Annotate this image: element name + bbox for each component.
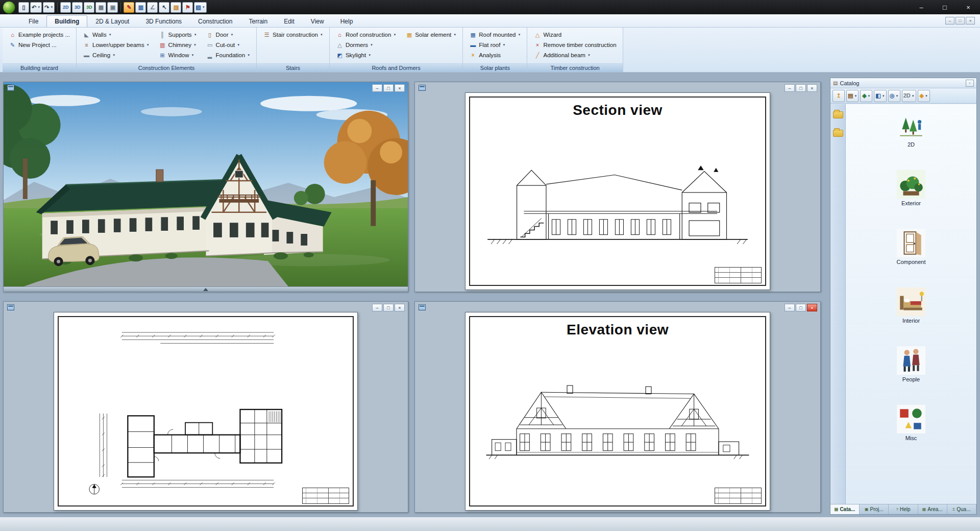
redo-button[interactable]: ↷▼ xyxy=(43,2,55,13)
new-file-button[interactable]: ▯ xyxy=(18,2,29,13)
close-button[interactable]: × xyxy=(957,0,980,14)
catalog-title-bar[interactable]: ▤ Catalog ▫ xyxy=(830,78,976,88)
dropdown-arrow-icon: ▼ xyxy=(247,54,250,57)
catalog-internet-button[interactable]: ◎▼ xyxy=(888,90,900,102)
catalog-tab-catalog[interactable]: ▤ Cata... xyxy=(830,504,860,514)
measure-button[interactable]: ∠ xyxy=(147,2,158,13)
catalog-extra-button[interactable]: ◈▼ xyxy=(918,90,930,102)
view-3d-icon: 3D xyxy=(75,5,81,10)
cut-out-button[interactable]: ▭ Cut-out ▼ xyxy=(204,40,253,50)
timber-wizard-button[interactable]: △ Wizard xyxy=(531,30,618,40)
chimney-button[interactable]: ▥ Chimney ▼ xyxy=(157,40,199,50)
single-view-button[interactable]: ▣ xyxy=(107,2,118,13)
catalog-pin-button[interactable]: ▫ xyxy=(966,80,974,87)
tab-construction[interactable]: Construction xyxy=(190,15,240,27)
supports-button[interactable]: ║ Supports ▼ xyxy=(157,30,199,40)
floor-plan-canvas[interactable] xyxy=(4,302,408,512)
ceiling-button[interactable]: ▬ Ceiling ▼ xyxy=(81,50,152,60)
catalog-item-people[interactable]: People xyxy=(897,346,925,382)
window-minimize-button[interactable]: – xyxy=(785,84,795,92)
color-lines-button[interactable]: ▥ xyxy=(135,2,146,13)
tab-edit[interactable]: Edit xyxy=(276,15,303,27)
view-2d-button[interactable]: 2D xyxy=(60,2,71,13)
window-close-button[interactable]: × xyxy=(807,84,817,92)
viewports-button[interactable]: ▦ xyxy=(95,2,106,13)
window-close-button[interactable]: × xyxy=(807,304,817,311)
window-close-button[interactable]: × xyxy=(395,84,405,92)
pointer-button[interactable]: ↖ xyxy=(159,2,169,13)
example-projects-button[interactable]: ⌂ Example projects ... xyxy=(7,30,72,40)
skylight-button[interactable]: ◩ Skylight ▼ xyxy=(334,50,398,60)
window-restore-button[interactable]: □ xyxy=(383,84,394,92)
window-minimize-button[interactable]: – xyxy=(372,304,382,311)
door-button[interactable]: ▯ Door ▼ xyxy=(204,30,253,40)
stair-construction-button[interactable]: ☰ Stair construction ▼ xyxy=(261,30,325,40)
window-menu-icon[interactable] xyxy=(419,85,426,91)
tab-view[interactable]: View xyxy=(303,15,332,27)
catalog-tab-quantities[interactable]: Σ Qua... xyxy=(947,504,976,514)
window-button[interactable]: ⊞ Window ▼ xyxy=(157,50,199,60)
window-minimize-button[interactable]: – xyxy=(785,304,795,311)
elevation-view-canvas[interactable]: Elevation view xyxy=(415,302,820,512)
tab-2d-layout[interactable]: 2D & Layout xyxy=(87,15,137,27)
panels-button[interactable]: ▧ xyxy=(170,2,181,13)
catalog-objects-button[interactable]: ◆▼ xyxy=(860,90,872,102)
section-view-canvas[interactable]: Section view xyxy=(415,82,820,292)
tab-help[interactable]: Help xyxy=(332,15,361,27)
view-splitter[interactable] xyxy=(4,286,408,292)
ribbon: ⌂ Example projects ... ✎ New Project ...… xyxy=(0,28,980,73)
tab-file[interactable]: File xyxy=(20,15,46,27)
window-minimize-button[interactable]: – xyxy=(372,84,382,92)
mdi-minimize-button[interactable]: – xyxy=(945,17,954,25)
catalog-tab-areas[interactable]: ▦ Area... xyxy=(918,504,947,514)
window-restore-button[interactable]: □ xyxy=(796,84,806,92)
window-close-button[interactable]: × xyxy=(395,304,405,311)
roof-construction-button[interactable]: ⌂ Roof construction ▼ xyxy=(334,30,398,40)
tab-3d-functions[interactable]: 3D Functions xyxy=(137,15,190,27)
render-viewport[interactable] xyxy=(4,82,408,286)
catalog-item-component[interactable]: Component xyxy=(897,229,926,265)
maximize-button[interactable]: □ xyxy=(933,0,957,14)
flag-button[interactable]: ⚑ xyxy=(182,2,193,13)
catalog-item-exterior[interactable]: Exterior xyxy=(897,170,925,206)
analysis-button[interactable]: ☀ Analysis xyxy=(467,50,523,60)
catalog-tab-project[interactable]: ▣ Proj... xyxy=(860,504,889,514)
window-menu-icon[interactable] xyxy=(7,85,14,91)
catalog-up-button[interactable]: ↥ xyxy=(832,90,845,102)
roof-mounted-button[interactable]: ▦ Roof mounted ▼ xyxy=(467,30,523,40)
tab-building[interactable]: Building xyxy=(46,15,87,27)
mdi-close-button[interactable]: × xyxy=(966,17,975,25)
undo-button[interactable]: ↶▼ xyxy=(30,2,42,13)
foundation-button[interactable]: ▂ Foundation ▼ xyxy=(204,50,253,60)
new-project-button[interactable]: ✎ New Project ... xyxy=(7,40,72,50)
catalog-2d-button[interactable]: 2D▼ xyxy=(902,90,916,102)
folder-icon[interactable] xyxy=(833,111,843,118)
catalog-item-2d[interactable]: 2D xyxy=(897,111,925,148)
catalog-materials-button[interactable]: ◧▼ xyxy=(874,90,886,102)
catalog-item-misc[interactable]: Misc xyxy=(897,405,925,441)
app-logo-icon[interactable] xyxy=(3,1,15,14)
view-3d-alt-button[interactable]: 3D xyxy=(84,2,94,13)
catalog-book-button[interactable]: ▤▼ xyxy=(846,90,859,102)
lower-upper-beams-button[interactable]: ≡ Lower/upper beams ▼ xyxy=(81,40,152,50)
window-menu-icon[interactable] xyxy=(419,304,426,310)
remove-timber-construction-button[interactable]: × Remove timber construction xyxy=(531,40,618,50)
dormers-button[interactable]: △ Dormers ▼ xyxy=(334,40,398,50)
styles-button[interactable]: ▨▼ xyxy=(194,2,206,13)
additional-beam-button[interactable]: ╱ Additional beam ▼ xyxy=(531,50,618,60)
catalog-item-interior[interactable]: Interior xyxy=(897,287,925,324)
solar-element-button[interactable]: ▦ Solar element ▼ xyxy=(403,30,458,40)
window-restore-button[interactable]: □ xyxy=(796,304,806,311)
view-3d-button[interactable]: 3D xyxy=(72,2,83,13)
flat-roof-button[interactable]: ▬ Flat roof ▼ xyxy=(467,40,523,50)
folder-icon[interactable] xyxy=(833,130,843,137)
single-view-icon: ▣ xyxy=(110,5,115,10)
catalog-tab-help[interactable]: ? Help xyxy=(889,504,918,514)
window-restore-button[interactable]: □ xyxy=(383,304,394,311)
redline-pen-button[interactable]: ✎ xyxy=(124,2,134,13)
walls-button[interactable]: ◣ Walls ▼ xyxy=(81,30,152,40)
minimize-button[interactable]: – xyxy=(910,0,933,14)
tab-terrain[interactable]: Terrain xyxy=(240,15,276,27)
mdi-restore-button[interactable]: □ xyxy=(955,17,965,25)
window-menu-icon[interactable] xyxy=(7,304,14,310)
